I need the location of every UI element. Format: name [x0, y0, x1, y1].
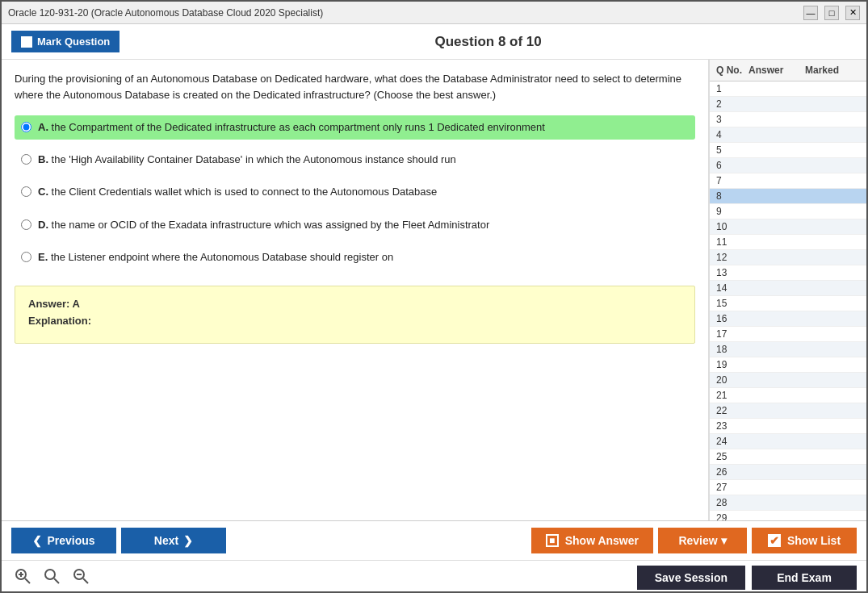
- zoom-in-icon: [15, 568, 31, 584]
- q-list-row[interactable]: 2: [710, 97, 866, 112]
- q-list-row[interactable]: 15: [710, 296, 866, 311]
- q-list-row[interactable]: 17: [710, 327, 866, 342]
- col-marked-header: Marked: [805, 65, 853, 76]
- q-list-body[interactable]: 1234567891011121314151617181920212223242…: [710, 81, 866, 520]
- answer-label: Answer: A: [28, 298, 681, 310]
- option-label-d: D. the name or OCID of the Exadata infra…: [38, 218, 489, 232]
- answer-option-a[interactable]: A. the Compartment of the Dedicated infr…: [15, 115, 695, 140]
- window-title: Oracle 1z0-931-20 (Oracle Autonomous Dat…: [8, 7, 323, 19]
- q-list-row[interactable]: 3: [710, 112, 866, 127]
- next-button[interactable]: Next ❯: [121, 528, 226, 553]
- q-list-qno: 6: [716, 160, 748, 171]
- prev-arrow-icon: ❮: [32, 534, 42, 547]
- show-answer-checkbox-icon: ■: [546, 534, 559, 547]
- q-list-row[interactable]: 8: [710, 189, 866, 204]
- zoom-normal-button[interactable]: [40, 566, 63, 589]
- q-list-row[interactable]: 1: [710, 81, 866, 97]
- q-list-qno: 16: [716, 313, 748, 324]
- review-button[interactable]: Review ▾: [658, 528, 747, 553]
- radio-d[interactable]: [21, 219, 31, 230]
- answer-option-d[interactable]: D. the name or OCID of the Exadata infra…: [15, 213, 695, 237]
- q-list-row[interactable]: 11: [710, 235, 866, 250]
- mark-question-button[interactable]: Mark Question: [11, 31, 120, 52]
- q-list-row[interactable]: 10: [710, 219, 866, 235]
- q-list-row[interactable]: 13: [710, 265, 866, 281]
- q-list-row[interactable]: 16: [710, 311, 866, 327]
- q-list-qno: 20: [716, 374, 748, 386]
- q-list-row[interactable]: 28: [710, 495, 866, 511]
- q-list-row[interactable]: 6: [710, 158, 866, 173]
- q-list-qno: 12: [716, 252, 748, 263]
- right-panel: Q No. Answer Marked 12345678910111213141…: [709, 60, 866, 520]
- q-list-qno: 22: [716, 405, 748, 416]
- q-list-qno: 28: [716, 497, 748, 508]
- q-list-row[interactable]: 4: [710, 127, 866, 143]
- answer-option-e[interactable]: E. the Listener endpoint where the Auton…: [15, 245, 695, 269]
- q-list-row[interactable]: 14: [710, 281, 866, 296]
- show-answer-button[interactable]: ■ Show Answer: [531, 528, 653, 553]
- window-controls[interactable]: — □ ✕: [803, 6, 860, 20]
- minimize-button[interactable]: —: [803, 6, 818, 20]
- svg-line-5: [54, 578, 59, 583]
- q-list-row[interactable]: 5: [710, 143, 866, 158]
- q-list-row[interactable]: 12: [710, 250, 866, 265]
- content-area: During the provisioning of an Autonomous…: [2, 60, 866, 520]
- mark-question-label: Mark Question: [37, 35, 110, 48]
- q-list-qno: 27: [716, 482, 748, 493]
- col-qno-header: Q No.: [716, 65, 748, 76]
- q-list-qno: 4: [716, 129, 748, 140]
- q-list-row[interactable]: 18: [710, 342, 866, 357]
- radio-b[interactable]: [21, 154, 31, 165]
- q-list-qno: 17: [716, 328, 748, 340]
- review-dropdown-icon: ▾: [721, 534, 727, 547]
- end-exam-button[interactable]: End Exam: [752, 566, 857, 590]
- q-list-qno: 1: [716, 83, 748, 94]
- radio-c[interactable]: [21, 186, 31, 197]
- previous-button[interactable]: ❮ Previous: [11, 528, 116, 553]
- q-list-qno: 3: [716, 114, 748, 125]
- answer-option-c[interactable]: C. the Client Credentials wallet which i…: [15, 180, 695, 204]
- q-list-header: Q No. Answer Marked: [710, 60, 866, 81]
- bottom-bar-2: Save Session End Exam: [2, 560, 866, 593]
- zoom-out-button[interactable]: [69, 566, 92, 589]
- col-answer-header: Answer: [748, 65, 805, 76]
- q-list-row[interactable]: 29: [710, 511, 866, 520]
- explanation-label: Explanation:: [28, 315, 681, 327]
- q-list-row[interactable]: 24: [710, 434, 866, 449]
- top-bar: Mark Question Question 8 of 10: [2, 24, 866, 60]
- q-list-row[interactable]: 23: [710, 419, 866, 434]
- next-label: Next: [154, 534, 178, 547]
- q-list-row[interactable]: 21: [710, 388, 866, 403]
- option-label-b: B. the 'High Availability Container Data…: [38, 152, 456, 167]
- maximize-button[interactable]: □: [824, 6, 839, 20]
- q-list-qno: 10: [716, 221, 748, 232]
- radio-a[interactable]: [21, 122, 31, 132]
- save-session-button[interactable]: Save Session: [637, 566, 745, 590]
- option-label-c: C. the Client Credentials wallet which i…: [38, 185, 437, 199]
- options-container: A. the Compartment of the Dedicated infr…: [15, 115, 695, 269]
- question-text: During the provisioning of an Autonomous…: [15, 71, 695, 102]
- q-list-qno: 7: [716, 175, 748, 186]
- q-list-qno: 19: [716, 359, 748, 370]
- bottom-bar: ❮ Previous Next ❯ ■ Show Answer Review ▾…: [2, 520, 866, 560]
- q-list-row[interactable]: 19: [710, 357, 866, 373]
- radio-e[interactable]: [21, 252, 31, 262]
- q-list-row[interactable]: 20: [710, 373, 866, 388]
- next-arrow-icon: ❯: [183, 534, 193, 547]
- q-list-qno: 2: [716, 98, 748, 110]
- svg-line-1: [25, 578, 30, 583]
- q-list-qno: 29: [716, 512, 748, 520]
- zoom-in-button[interactable]: [11, 566, 34, 589]
- close-button[interactable]: ✕: [845, 6, 860, 20]
- q-list-row[interactable]: 25: [710, 449, 866, 465]
- answer-option-b[interactable]: B. the 'High Availability Container Data…: [15, 148, 695, 172]
- q-list-row[interactable]: 7: [710, 173, 866, 189]
- option-label-e: E. the Listener endpoint where the Auton…: [38, 250, 393, 265]
- review-label: Review: [678, 534, 717, 547]
- zoom-out-icon: [73, 568, 89, 584]
- show-list-button[interactable]: ✔ Show List: [752, 528, 857, 553]
- q-list-row[interactable]: 26: [710, 465, 866, 480]
- q-list-row[interactable]: 27: [710, 480, 866, 495]
- q-list-row[interactable]: 22: [710, 403, 866, 419]
- q-list-row[interactable]: 9: [710, 204, 866, 219]
